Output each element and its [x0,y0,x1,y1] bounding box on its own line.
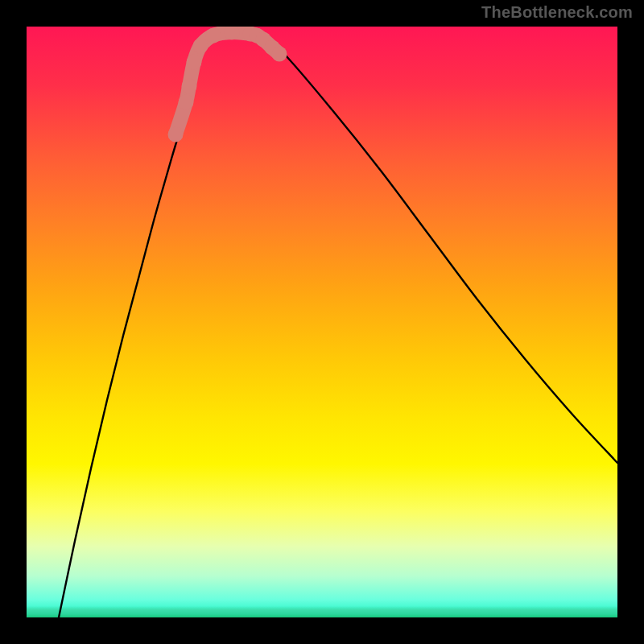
valley-dot [193,39,208,54]
stage: TheBottleneck.com [0,0,644,644]
valley-dot [206,28,221,43]
valley-dot [179,95,194,110]
valley-dot [168,127,184,142]
valley-dot [187,55,202,70]
watermark-text: TheBottleneck.com [481,3,633,22]
bottleneck-curve [59,32,617,617]
plot-area [27,27,617,617]
curve-layer [27,27,617,617]
valley-dot [272,47,287,62]
valley-dot [182,79,197,94]
